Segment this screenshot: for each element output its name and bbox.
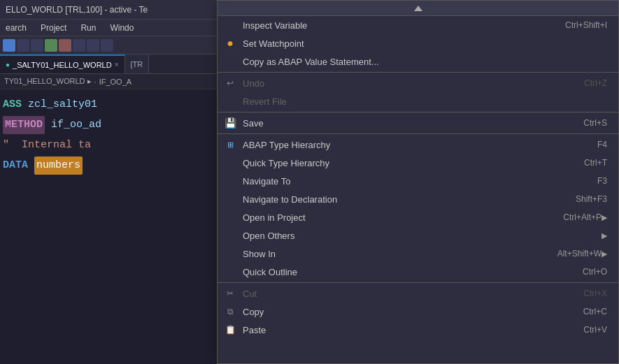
toolbar-icon-6[interactable] <box>73 39 85 52</box>
menu-label-open-in-project: Open in Project <box>243 212 549 223</box>
menu-item-save[interactable]: 💾 Save Ctrl+S <box>218 114 618 132</box>
tab-tr[interactable]: [TR <box>125 54 150 73</box>
separator-3 <box>218 133 618 134</box>
menu-shortcut-navigate-to-declaration: Shift+F3 <box>576 194 607 204</box>
method-name: if_oo_ad <box>51 117 101 133</box>
code-line-comment: " Internal ta <box>3 136 214 155</box>
menu-shortcut-copy: Ctrl+C <box>583 307 607 316</box>
menu-item-cut: ✂ Cut Ctrl+X <box>218 284 618 303</box>
menu-shortcut-cut: Ctrl+X <box>583 289 607 298</box>
menu-bar: earch Project Run Windo <box>0 20 217 36</box>
menu-shortcut-quick-outline: Ctrl+O <box>583 267 607 277</box>
submenu-arrow-show-in: ▶ <box>602 249 607 259</box>
menu-label-quick-type-hierarchy: Quick Type Hierarchy <box>243 158 570 168</box>
separator-1 <box>218 72 618 73</box>
undo-icon: ↩ <box>225 78 236 89</box>
menu-search[interactable]: earch <box>3 22 29 34</box>
menu-item-open-others[interactable]: Open Others ▶ <box>218 226 618 245</box>
menu-label-cut: Cut <box>243 289 569 299</box>
toolbar-icon-5[interactable] <box>59 39 71 52</box>
menu-item-paste[interactable]: 📋 Paste Ctrl+V <box>218 321 618 339</box>
menu-item-abap-type-hierarchy[interactable]: ⊞ ABAP Type Hierarchy F4 <box>218 136 618 154</box>
menu-label-navigate-to-declaration: Navigate to Declaration <box>243 194 562 205</box>
menu-run[interactable]: Run <box>78 22 99 34</box>
menu-item-navigate-to[interactable]: Navigate To F3 <box>218 172 618 190</box>
menu-item-inspect-variable[interactable]: Inspect Variable Ctrl+Shift+I <box>218 16 618 34</box>
tab-hello-world[interactable]: ● _SALTY01_HELLO_WORLD × <box>0 54 125 73</box>
submenu-arrow-open-in-project: ▶ <box>602 213 607 222</box>
keyword-data: DATA <box>3 157 28 174</box>
menu-item-quick-type-hierarchy[interactable]: Quick Type Hierarchy Ctrl+T <box>218 154 618 172</box>
breadcrumb-item-1[interactable]: TY01_HELLO_WORLD ▸ <box>4 77 92 86</box>
menu-label-save: Save <box>243 118 569 129</box>
toolbar-icon-4[interactable] <box>45 39 57 52</box>
arrow-up-icon <box>414 6 422 11</box>
variable-numbers: numbers <box>34 156 83 175</box>
editor-panel: ELLO_WORLD [TRL,100] - active - Te earch… <box>0 0 217 364</box>
title-text: ELLO_WORLD [TRL,100] - active - Te <box>6 5 148 15</box>
menu-label-abap-type-hierarchy: ABAP Type Hierarchy <box>243 140 583 150</box>
menu-item-copy-as-abap[interactable]: Copy as ABAP Value Statement... <box>218 52 618 71</box>
menu-item-open-in-project[interactable]: Open in Project Ctrl+Alt+P ▶ <box>218 208 618 226</box>
menu-shortcut-undo: Ctrl+Z <box>584 78 607 88</box>
type-hierarchy-icon: ⊞ <box>225 139 236 150</box>
string-content: " Internal ta <box>3 137 91 154</box>
menu-label-revert-file: Revert File <box>243 96 607 107</box>
menu-label-paste: Paste <box>243 325 569 335</box>
menu-project[interactable]: Project <box>38 22 69 34</box>
menu-shortcut-navigate-to: F3 <box>597 176 607 186</box>
tab-label-2: [TR <box>131 60 143 68</box>
menu-label-quick-outline: Quick Outline <box>243 267 569 277</box>
tab-label-1: _SALTY01_HELLO_WORLD <box>13 61 112 69</box>
menu-item-show-in[interactable]: Show In Alt+Shift+W ▶ <box>218 245 618 263</box>
toolbar-icon-8[interactable] <box>101 39 113 52</box>
menu-shortcut-save: Ctrl+S <box>583 118 607 128</box>
paste-icon: 📋 <box>225 324 236 335</box>
menu-shortcut-abap-type-hierarchy: F4 <box>597 140 607 150</box>
code-line-data: DATA numbers <box>3 155 214 176</box>
menu-item-revert-file: Revert File <box>218 92 618 110</box>
menu-shortcut-paste: Ctrl+V <box>583 325 607 335</box>
tab-close-1[interactable]: × <box>115 61 119 68</box>
watchpoint-icon: ● <box>225 38 236 49</box>
tabs-row: ● _SALTY01_HELLO_WORLD × [TR <box>0 54 217 74</box>
menu-label-undo: Undo <box>243 78 570 89</box>
menu-label-navigate-to: Navigate To <box>243 176 583 187</box>
toolbar-icon-2[interactable] <box>17 39 29 52</box>
menu-item-set-watchpoint[interactable]: ● Set Watchpoint <box>218 34 618 52</box>
keyword-class: ASS <box>3 96 22 113</box>
menu-windo[interactable]: Windo <box>107 22 136 34</box>
breadcrumb: TY01_HELLO_WORLD ▸ · IF_OO_A <box>0 74 217 89</box>
code-line-method: METHOD if_oo_ad <box>3 115 214 136</box>
context-menu: Inspect Variable Ctrl+Shift+I ● Set Watc… <box>217 0 619 364</box>
menu-item-quick-outline[interactable]: Quick Outline Ctrl+O <box>218 263 618 281</box>
copy-icon: ⧉ <box>225 306 236 317</box>
toolbar-icon-7[interactable] <box>87 39 99 52</box>
menu-label-copy-as-abap: Copy as ABAP Value Statement... <box>243 57 607 67</box>
menu-scroll-up[interactable] <box>218 1 618 16</box>
menu-shortcut-inspect-variable: Ctrl+Shift+I <box>565 20 607 30</box>
menu-label-open-others: Open Others <box>243 231 602 241</box>
menu-shortcut-quick-type-hierarchy: Ctrl+T <box>584 158 607 168</box>
toolbar <box>0 36 217 54</box>
code-line-class: ASS zcl_salty01 <box>3 95 214 115</box>
keyword-method: METHOD <box>3 116 45 134</box>
menu-label-copy: Copy <box>243 307 569 317</box>
title-bar: ELLO_WORLD [TRL,100] - active - Te <box>0 0 217 20</box>
toolbar-icon-3[interactable] <box>31 39 43 52</box>
separator-4 <box>218 282 618 283</box>
menu-item-copy[interactable]: ⧉ Copy Ctrl+C <box>218 303 618 321</box>
breadcrumb-item-2[interactable]: IF_OO_A <box>99 78 131 86</box>
separator-2 <box>218 112 618 112</box>
menu-label-set-watchpoint: Set Watchpoint <box>243 38 607 49</box>
code-area: ASS zcl_salty01 METHOD if_oo_ad " Intern… <box>0 89 217 182</box>
menu-item-navigate-to-declaration[interactable]: Navigate to Declaration Shift+F3 <box>218 190 618 208</box>
submenu-arrow-open-others: ▶ <box>602 231 607 240</box>
menu-shortcut-open-in-project: Ctrl+Alt+P <box>563 212 602 222</box>
breadcrumb-separator: · <box>94 78 97 86</box>
menu-item-undo: ↩ Undo Ctrl+Z <box>218 74 618 92</box>
class-name: zcl_salty01 <box>28 96 97 113</box>
menu-label-inspect-variable: Inspect Variable <box>243 20 551 31</box>
cut-icon: ✂ <box>225 288 236 299</box>
toolbar-icon-1[interactable] <box>3 39 15 52</box>
